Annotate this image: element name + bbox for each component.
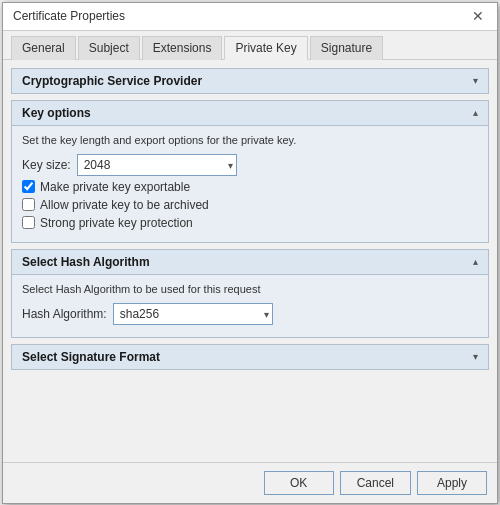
key-size-label: Key size: [22,158,71,172]
archive-checkbox[interactable] [22,198,35,211]
strong-protection-checkbox-row: Strong private key protection [22,216,478,230]
strong-protection-label: Strong private key protection [40,216,193,230]
exportable-label: Make private key exportable [40,180,190,194]
certificate-properties-dialog: Certificate Properties ✕ General Subject… [2,2,498,504]
tab-signature[interactable]: Signature [310,36,383,60]
footer: OK Cancel Apply [3,462,497,503]
apply-button[interactable]: Apply [417,471,487,495]
tab-extensions[interactable]: Extensions [142,36,223,60]
hash-algorithm-section: Select Hash Algorithm ▴ Select Hash Algo… [11,249,489,338]
hash-algorithm-body: Select Hash Algorithm to be used for thi… [12,275,488,337]
tab-bar: General Subject Extensions Private Key S… [3,31,497,60]
hash-algo-row: Hash Algorithm: sha1 sha256 sha384 sha51… [22,303,478,325]
key-options-section: Key options ▴ Set the key length and exp… [11,100,489,243]
tab-general[interactable]: General [11,36,76,60]
hash-algorithm-header[interactable]: Select Hash Algorithm ▴ [12,250,488,275]
tab-private-key[interactable]: Private Key [224,36,307,60]
csp-section[interactable]: Cryptographic Service Provider ▾ [11,68,489,94]
cancel-button[interactable]: Cancel [340,471,411,495]
signature-format-section[interactable]: Select Signature Format ▾ [11,344,489,370]
exportable-checkbox[interactable] [22,180,35,193]
csp-chevron-icon: ▾ [473,75,478,86]
exportable-checkbox-row: Make private key exportable [22,180,478,194]
tab-subject[interactable]: Subject [78,36,140,60]
hash-algo-select[interactable]: sha1 sha256 sha384 sha512 [113,303,273,325]
strong-protection-checkbox[interactable] [22,216,35,229]
signature-format-chevron-icon: ▾ [473,351,478,362]
close-button[interactable]: ✕ [469,7,487,25]
key-options-body: Set the key length and export options fo… [12,126,488,242]
hash-algo-label: Hash Algorithm: [22,307,107,321]
ok-button[interactable]: OK [264,471,334,495]
key-size-select[interactable]: 512 1024 2048 4096 [77,154,237,176]
hash-algorithm-description: Select Hash Algorithm to be used for thi… [22,283,478,295]
content-area: Cryptographic Service Provider ▾ Key opt… [3,60,497,462]
key-options-chevron-icon: ▴ [473,107,478,118]
archive-label: Allow private key to be archived [40,198,209,212]
hash-algo-select-wrapper: sha1 sha256 sha384 sha512 ▾ [113,303,273,325]
key-options-label: Key options [22,106,91,120]
hash-algorithm-label: Select Hash Algorithm [22,255,150,269]
hash-algorithm-chevron-icon: ▴ [473,256,478,267]
key-options-description: Set the key length and export options fo… [22,134,478,146]
csp-label: Cryptographic Service Provider [22,74,202,88]
key-options-header[interactable]: Key options ▴ [12,101,488,126]
dialog-title: Certificate Properties [13,9,125,23]
key-size-row: Key size: 512 1024 2048 4096 ▾ [22,154,478,176]
key-size-select-wrapper: 512 1024 2048 4096 ▾ [77,154,237,176]
signature-format-label: Select Signature Format [22,350,160,364]
archive-checkbox-row: Allow private key to be archived [22,198,478,212]
title-bar: Certificate Properties ✕ [3,3,497,31]
